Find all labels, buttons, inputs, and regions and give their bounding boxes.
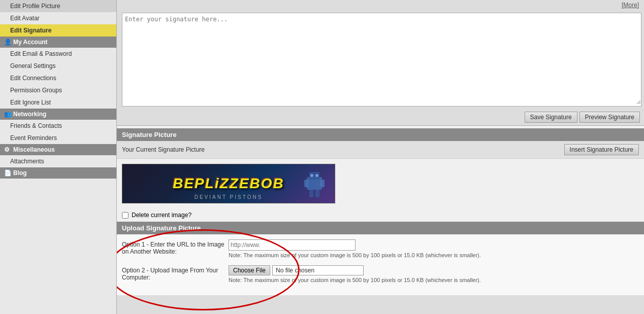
current-signature-image-area: BEPLiZZEBOB DEVIANT PISTONS (117, 159, 644, 208)
sidebar-item-attachments[interactable]: Attachments (0, 155, 116, 167)
option1-note: Note: The maximum size of your custom im… (229, 252, 639, 258)
banner-sub-text: DEVIANT PISTONS (195, 194, 263, 200)
svg-point-2 (310, 174, 313, 177)
delete-image-row: Delete current image? (117, 208, 644, 222)
sidebar-item-general-settings[interactable]: General Settings (0, 60, 116, 72)
sidebar-item-event-reminders[interactable]: Event Reminders (0, 132, 116, 144)
upload-section-header: Upload Signature Picture (117, 222, 644, 234)
svg-rect-5 (320, 180, 325, 187)
banner-text: BEPLiZZEBOB (173, 176, 284, 192)
signature-picture-section: Signature Picture Your Current Signature… (117, 125, 644, 222)
choose-file-button[interactable]: Choose File (229, 265, 270, 275)
misc-icon: ⚙ (4, 146, 11, 153)
option2-label: Option 2 - Upload Image From Your Comput… (122, 265, 229, 281)
more-link[interactable]: [More] (622, 2, 639, 9)
sidebar-item-edit-ignore-list[interactable]: Edit Ignore List (0, 96, 116, 109)
upload-options-area: Option 1 - Enter the URL to the Image on… (117, 234, 644, 295)
file-input-row: Choose File No file chosen (229, 265, 639, 275)
svg-rect-4 (304, 180, 308, 187)
file-name-display: No file chosen (272, 265, 364, 275)
insert-signature-picture-button[interactable]: Insert Signature Picture (564, 144, 639, 155)
svg-rect-6 (309, 190, 313, 197)
blog-icon: 📄 (4, 169, 11, 177)
more-link-area: [More] (117, 0, 644, 10)
sidebar: Edit Profile Picture Edit Avatar Edit Si… (0, 0, 117, 314)
option1-input-area: Note: The maximum size of your custom im… (229, 239, 639, 258)
sidebar-item-permission-groups[interactable]: Permission Groups (0, 84, 116, 96)
sidebar-section-networking: 👥 Networking (0, 109, 116, 120)
sidebar-item-edit-signature[interactable]: Edit Signature (0, 24, 116, 37)
your-current-signature-label: Your Current Signature Picture (122, 146, 205, 153)
banner-robot-icon (299, 167, 330, 200)
account-icon: 👤 (4, 39, 11, 46)
button-row: Save Signature Preview Signature (117, 109, 644, 125)
signature-picture-row: Your Current Signature Picture Insert Si… (117, 141, 644, 159)
option1-url-input[interactable] (229, 239, 356, 251)
delete-image-checkbox[interactable] (122, 212, 128, 219)
svg-rect-7 (315, 190, 319, 197)
option2-input-area: Choose File No file chosen Note: The max… (229, 265, 639, 283)
sidebar-item-edit-avatar[interactable]: Edit Avatar (0, 12, 116, 24)
signature-textarea[interactable] (122, 13, 641, 104)
option1-label: Option 1 - Enter the URL to the Image on… (122, 239, 229, 255)
sidebar-item-edit-connections[interactable]: Edit Connections (0, 72, 116, 84)
delete-image-label: Delete current image? (132, 212, 191, 219)
sidebar-section-account: 👤 My Account (0, 37, 116, 48)
sidebar-item-friends-contacts[interactable]: Friends & Contacts (0, 120, 116, 132)
sidebar-item-edit-profile-picture[interactable]: Edit Profile Picture (0, 0, 116, 12)
sidebar-section-blog: 📄 Blog (0, 167, 116, 179)
upload-signature-section: Upload Signature Picture Option 1 - Ente… (117, 222, 644, 295)
main-content: [More] Save Signature Preview Signature … (117, 0, 644, 314)
save-signature-button[interactable]: Save Signature (525, 112, 577, 123)
option2-note: Note: The maximum size of your custom im… (229, 277, 639, 283)
preview-signature-button[interactable]: Preview Signature (579, 112, 640, 123)
sidebar-item-edit-email-password[interactable]: Edit Email & Password (0, 48, 116, 60)
upload-option-1-row: Option 1 - Enter the URL to the Image on… (122, 239, 639, 258)
signature-picture-header: Signature Picture (117, 128, 644, 141)
signature-banner: BEPLiZZEBOB DEVIANT PISTONS (122, 164, 335, 203)
network-icon: 👥 (4, 111, 11, 118)
svg-point-3 (315, 174, 318, 177)
sidebar-section-miscellaneous: ⚙ Miscellaneous (0, 144, 116, 155)
upload-option-2-row: Option 2 - Upload Image From Your Comput… (122, 265, 639, 283)
signature-textarea-area (122, 13, 641, 107)
